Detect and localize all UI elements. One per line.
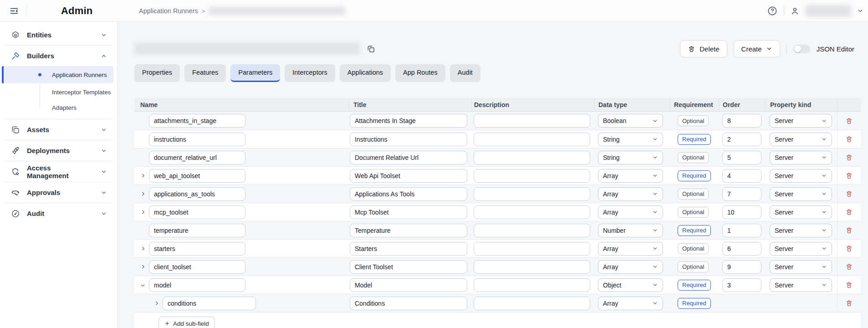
collapse-sidebar-button[interactable] bbox=[9, 6, 19, 16]
delete-row-button[interactable] bbox=[845, 172, 853, 179]
name-input[interactable] bbox=[149, 205, 245, 219]
description-input[interactable] bbox=[474, 242, 590, 256]
help-button[interactable] bbox=[767, 5, 778, 16]
add-subfield-button[interactable]: Add sub-field bbox=[158, 317, 215, 328]
description-input[interactable] bbox=[474, 205, 590, 219]
sidebar-item-deployments[interactable]: Deployments bbox=[0, 141, 117, 160]
delete-row-button[interactable] bbox=[845, 281, 853, 289]
delete-row-button[interactable] bbox=[845, 190, 853, 198]
description-input[interactable] bbox=[474, 114, 590, 128]
delete-button[interactable]: Delete bbox=[680, 40, 727, 57]
sidebar-item-application-runners[interactable]: Application Runners bbox=[2, 66, 113, 83]
sidebar-item-interceptor-templates[interactable]: Interceptor Templates bbox=[0, 84, 117, 100]
description-input[interactable] bbox=[474, 297, 590, 310]
tab-interceptors[interactable]: Interceptors bbox=[285, 64, 335, 82]
order-input[interactable] bbox=[722, 187, 761, 201]
title-input[interactable] bbox=[350, 205, 467, 219]
title-input[interactable] bbox=[350, 133, 467, 146]
data-type-select[interactable]: Number bbox=[598, 224, 663, 237]
delete-row-button[interactable] bbox=[845, 135, 853, 143]
json-editor-toggle[interactable] bbox=[793, 45, 810, 53]
property-kind-select[interactable]: Server bbox=[770, 151, 832, 164]
description-input[interactable] bbox=[474, 187, 590, 201]
order-input[interactable] bbox=[722, 242, 761, 256]
data-type-select[interactable]: Array bbox=[598, 169, 663, 183]
name-input[interactable] bbox=[149, 169, 245, 183]
tab-app-routes[interactable]: App Routes bbox=[395, 64, 445, 82]
title-input[interactable] bbox=[350, 278, 467, 292]
property-kind-select[interactable]: Server bbox=[770, 260, 832, 274]
delete-row-button[interactable] bbox=[845, 263, 853, 271]
title-input[interactable] bbox=[350, 151, 467, 164]
data-type-select[interactable]: Boolean bbox=[598, 114, 663, 128]
order-input[interactable] bbox=[722, 205, 761, 219]
tab-features[interactable]: Features bbox=[184, 64, 226, 82]
data-type-select[interactable]: Object bbox=[598, 278, 663, 292]
delete-row-button[interactable] bbox=[845, 208, 853, 216]
sidebar-item-adapters[interactable]: Adapters bbox=[0, 100, 117, 115]
name-input[interactable] bbox=[149, 242, 245, 256]
data-type-select[interactable]: String bbox=[598, 133, 663, 146]
tab-parameters[interactable]: Parameters bbox=[230, 64, 280, 82]
data-type-select[interactable]: Array bbox=[598, 242, 663, 256]
title-input[interactable] bbox=[350, 297, 467, 310]
breadcrumb-root[interactable]: Application Runners bbox=[139, 7, 198, 15]
expand-chevron[interactable] bbox=[140, 282, 146, 288]
sub-expand-chevron[interactable] bbox=[153, 300, 160, 307]
expand-chevron[interactable] bbox=[140, 209, 146, 215]
order-input[interactable] bbox=[722, 278, 761, 292]
order-input[interactable] bbox=[722, 133, 761, 146]
expand-chevron[interactable] bbox=[140, 264, 146, 270]
name-input[interactable] bbox=[149, 151, 245, 164]
description-input[interactable] bbox=[474, 260, 590, 274]
description-input[interactable] bbox=[474, 224, 590, 237]
delete-row-button[interactable] bbox=[845, 245, 853, 252]
property-kind-select[interactable]: Server bbox=[770, 169, 832, 183]
tab-properties[interactable]: Properties bbox=[134, 64, 180, 82]
data-type-select[interactable]: Array bbox=[598, 297, 663, 310]
order-input[interactable] bbox=[722, 151, 761, 164]
name-input[interactable] bbox=[163, 297, 256, 310]
property-kind-select[interactable]: Server bbox=[770, 278, 832, 292]
delete-row-button[interactable] bbox=[845, 154, 853, 161]
tab-applications[interactable]: Applications bbox=[340, 64, 391, 82]
copy-title-button[interactable] bbox=[366, 44, 376, 54]
sidebar-item-access-management[interactable]: Access Management bbox=[0, 162, 117, 181]
tab-audit[interactable]: Audit bbox=[450, 64, 480, 82]
data-type-select[interactable]: Array bbox=[598, 260, 663, 274]
description-input[interactable] bbox=[474, 169, 590, 183]
data-type-select[interactable]: Array bbox=[598, 205, 663, 219]
name-input[interactable] bbox=[149, 278, 245, 292]
property-kind-select[interactable]: Server bbox=[770, 205, 832, 219]
name-input[interactable] bbox=[149, 133, 245, 146]
title-input[interactable] bbox=[350, 169, 467, 183]
sidebar-item-assets[interactable]: Assets bbox=[0, 120, 117, 139]
property-kind-select[interactable]: Server bbox=[770, 187, 832, 201]
name-input[interactable] bbox=[149, 114, 245, 128]
expand-chevron[interactable] bbox=[140, 191, 146, 197]
property-kind-select[interactable]: Server bbox=[770, 224, 832, 237]
description-input[interactable] bbox=[474, 133, 590, 146]
expand-chevron[interactable] bbox=[140, 246, 146, 252]
expand-chevron[interactable] bbox=[140, 173, 146, 179]
name-input[interactable] bbox=[149, 224, 245, 237]
title-input[interactable] bbox=[350, 260, 467, 274]
name-input[interactable] bbox=[149, 260, 245, 274]
delete-row-button[interactable] bbox=[845, 299, 853, 307]
name-input[interactable] bbox=[149, 187, 245, 201]
create-button[interactable]: Create bbox=[734, 40, 780, 57]
delete-row-button[interactable] bbox=[845, 226, 853, 234]
order-input[interactable] bbox=[722, 169, 761, 183]
title-input[interactable] bbox=[350, 187, 467, 201]
title-input[interactable] bbox=[350, 224, 467, 237]
sidebar-item-entities[interactable]: Entities bbox=[0, 26, 117, 44]
sidebar-item-approvals[interactable]: Approvals bbox=[0, 183, 117, 202]
title-input[interactable] bbox=[350, 242, 467, 256]
property-kind-select[interactable]: Server bbox=[770, 242, 832, 256]
sidebar-item-audit[interactable]: Audit bbox=[0, 204, 117, 223]
data-type-select[interactable]: Array bbox=[598, 187, 663, 201]
property-kind-select[interactable]: Server bbox=[770, 133, 832, 146]
order-input[interactable] bbox=[722, 224, 761, 237]
title-input[interactable] bbox=[350, 114, 467, 128]
data-type-select[interactable]: String bbox=[598, 151, 663, 164]
